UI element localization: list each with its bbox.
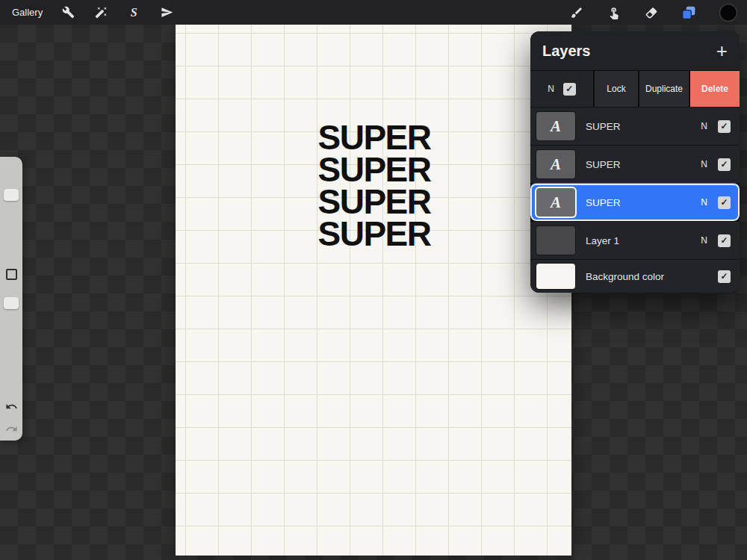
selection-icon-glyph: S xyxy=(131,6,137,19)
color-swatch[interactable] xyxy=(719,3,738,22)
layers-panel-title: Layers xyxy=(542,43,591,60)
redo-icon[interactable] xyxy=(5,423,18,435)
artwork-text-line: SUPER xyxy=(314,186,434,218)
layer-name: SUPER xyxy=(586,121,701,132)
layer-visibility-checkbox[interactable]: ✓ xyxy=(718,196,731,209)
smudge-icon[interactable] xyxy=(607,5,622,20)
layer-row[interactable]: Layer 1 N ✓ xyxy=(530,221,740,259)
layer-name: Layer 1 xyxy=(586,235,701,246)
layer-thumbnail[interactable]: A xyxy=(536,112,575,140)
brush-icon[interactable] xyxy=(569,5,584,20)
canvas[interactable]: SUPER SUPER SUPER SUPER xyxy=(176,25,571,556)
blend-mode-button[interactable]: N xyxy=(701,235,707,246)
artwork-text-line: SUPER xyxy=(314,218,434,250)
layer-visibility-checkbox[interactable]: ✓ xyxy=(718,234,731,247)
layer-name: SUPER xyxy=(586,197,701,208)
undo-icon[interactable] xyxy=(5,400,18,413)
side-toolbar xyxy=(0,157,22,441)
toolbar-right-group xyxy=(569,3,740,22)
adjustments-wand-icon[interactable] xyxy=(93,5,108,20)
layer-thumbnail[interactable]: A xyxy=(536,150,575,178)
actions-wrench-icon[interactable] xyxy=(61,5,75,20)
background-color-row[interactable]: Background color ✓ xyxy=(530,259,740,293)
layer-row-selected[interactable]: A SUPER N ✓ xyxy=(530,183,740,221)
delete-button[interactable]: Delete xyxy=(690,71,740,107)
brush-size-slider[interactable] xyxy=(4,189,19,201)
lock-button[interactable]: Lock xyxy=(595,71,638,107)
layer-visibility-checkbox[interactable]: ✓ xyxy=(718,158,731,171)
blend-mode-button[interactable]: N xyxy=(701,197,707,208)
artwork-text-line: SUPER xyxy=(314,122,434,154)
layer-thumbnail[interactable] xyxy=(536,264,575,289)
top-toolbar: Gallery S xyxy=(0,0,747,25)
layers-panel-header: Layers + xyxy=(530,31,740,71)
layer-thumbnail[interactable] xyxy=(536,226,575,255)
layer-visibility-checkbox[interactable]: ✓ xyxy=(563,83,576,96)
swiped-layer-stub: N ✓ xyxy=(530,71,593,107)
layer-visibility-checkbox[interactable]: ✓ xyxy=(718,120,731,133)
layer-thumbnail[interactable]: A xyxy=(536,188,575,217)
opacity-slider[interactable] xyxy=(4,297,19,309)
blend-mode-button[interactable]: N xyxy=(701,159,707,169)
toolbar-left-group: Gallery S xyxy=(7,5,174,20)
layer-name: Background color xyxy=(586,271,718,282)
procreate-app: Gallery S xyxy=(0,0,747,560)
artwork-text-line: SUPER xyxy=(314,154,434,186)
add-layer-button[interactable]: + xyxy=(716,43,728,58)
layers-icon[interactable] xyxy=(681,5,696,20)
layer-visibility-checkbox[interactable]: ✓ xyxy=(718,270,731,283)
blend-mode-button[interactable]: N xyxy=(548,84,554,94)
workspace: SUPER SUPER SUPER SUPER Layers + xyxy=(0,25,747,560)
selection-icon[interactable]: S xyxy=(126,5,141,20)
canvas-artwork-text: SUPER SUPER SUPER SUPER xyxy=(314,122,434,250)
duplicate-button[interactable]: Duplicate xyxy=(639,71,689,107)
gallery-button[interactable]: Gallery xyxy=(12,7,43,18)
layers-panel: Layers + N ✓ Lock Duplicate Delete A SUP… xyxy=(530,31,740,293)
layer-row[interactable]: A SUPER N ✓ xyxy=(530,145,740,183)
layer-row[interactable]: A SUPER N ✓ xyxy=(530,107,740,145)
transform-arrow-icon[interactable] xyxy=(159,5,174,20)
eraser-icon[interactable] xyxy=(644,5,659,20)
modify-button[interactable] xyxy=(6,269,17,280)
blend-mode-button[interactable]: N xyxy=(701,121,707,131)
layer-name: SUPER xyxy=(586,159,701,170)
layer-swipe-actions-row: N ✓ Lock Duplicate Delete xyxy=(530,71,740,107)
